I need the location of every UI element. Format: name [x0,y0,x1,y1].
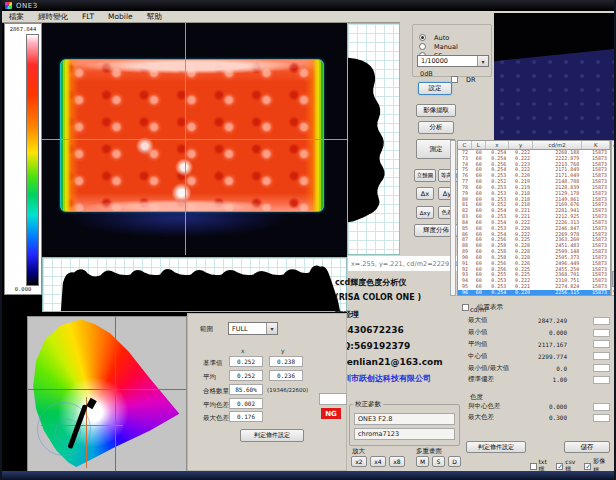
lum-stat-value: 0.000 [488,329,568,336]
multiview-S-button[interactable]: S [432,456,445,467]
vertical-profile-curve [348,24,399,254]
chevron-down-icon: ▾ [266,323,277,334]
reference-x-value: 0.252 [229,356,263,367]
table-header: CLxycd/m2K [457,140,611,150]
magnify-x4-button[interactable]: x4 [370,456,386,467]
result-input[interactable] [319,393,347,405]
table-cell: 60 [472,290,486,296]
menu-item-1[interactable]: 經時變化 [31,12,75,22]
table-cell: 96 [458,290,472,296]
dr-option[interactable]: DR [451,69,476,88]
multiview-D-button[interactable]: D [448,456,461,467]
judgement-panel: 範圍 FULL ▾ x y 基準值 0.252 0.238 平均 0.252 0… [187,313,347,471]
table-scrollbar[interactable]: ▲ ▼ [611,140,616,296]
result-badge: NG [321,408,341,419]
scroll-up-icon[interactable]: ▲ [612,142,616,147]
crosshair-horizontal [42,139,347,140]
window-title: ONE3 [16,2,38,10]
table-row[interactable]: 96600.2540.2202256.11515873 [458,290,610,296]
camera-preview-image [494,13,616,140]
luminance-stats-title: cd/m² [470,306,489,314]
cie-crosshair-vertical [115,317,116,471]
average-y-value: 0.236 [269,370,303,381]
capture-settings-group: Auto Manual SS 1/10000 ▾ 0dB DR [412,24,492,77]
multiview-buttons: MSD [416,456,461,467]
table-header-C: C [458,141,472,149]
position-display-checkbox[interactable] [462,304,469,311]
chroma-stat-limit-input[interactable] [593,414,610,422]
luminance-stats: 最大值2847.249最小值0.000平均值2117.167中心值2299.77… [468,315,610,386]
table-header-L: L [472,141,486,149]
lum-stat-row: 最小值0.000 [468,327,610,339]
lum-stat-limit-input[interactable] [593,340,610,348]
lum-stat-label: 最小值/最大值 [468,364,509,373]
reference-label: 基準值 [203,359,223,368]
set-button[interactable]: 設定 [418,82,452,95]
avg-color-diff-label: 平均色差 [203,401,229,410]
lum-stat-value: 2117.167 [488,341,568,348]
chroma-stat-value: 0.300 [494,414,567,421]
table-cell: 0.254 [486,290,510,296]
lum-stat-value: 0.0 [509,365,567,372]
dr-checkbox[interactable] [451,76,458,83]
measurement-table[interactable]: 72600.2540.2222268.1881587373600.2540.22… [457,150,611,296]
chroma-stats: 與中心色差0.000最大色差0.300 [468,401,610,423]
colorbar-panel: 2867.844 0.000 [4,23,42,295]
multiview-M-button[interactable]: M [416,456,429,467]
save-option-checkbox-2[interactable]: ✓ [584,463,591,470]
solid-view-button[interactable]: 立體圖 [414,169,436,182]
contact-line-4: QQ:569192379 [335,341,462,357]
judge-condition-button-2[interactable]: 判定條件設定 [466,441,526,453]
lum-stat-value: 2299.774 [488,353,568,360]
table-header-y: y [509,141,533,149]
delta-xy-button[interactable]: Δxy [416,206,434,219]
exposure-select[interactable]: 1/10000 ▾ [417,55,489,67]
luminance-heatmap[interactable] [42,23,347,255]
scrollbar-thumb[interactable] [612,271,616,287]
save-option-checkbox-1[interactable]: ✓ [556,463,563,470]
horizontal-profile-curve [43,258,346,311]
lum-stat-limit-input[interactable] [593,317,610,325]
pass-count-label: 合格數量 [203,387,229,396]
contact-line-2: 陈经理 [335,309,462,325]
save-button[interactable]: 儲存 [564,441,610,453]
scroll-down-icon[interactable]: ▼ [612,289,616,294]
table-header-cd/m2: cd/m2 [533,141,582,149]
judge-condition-button[interactable]: 判定條件設定 [240,429,304,442]
colorbar-min-label: 0.000 [5,286,41,292]
lum-stat-limit-input[interactable] [593,376,610,384]
calibration-group-label: 校正參數 [353,400,383,409]
dr-label: DR [466,76,476,84]
range-select-value: FULL [232,325,248,333]
magnify-x2-button[interactable]: x2 [351,456,367,467]
save-option-checkbox-0[interactable] [530,463,537,470]
column-header-x: x [241,347,245,354]
contact-info: ccd輝度色度分析仪(RISA COLOR ONE )陈经理1343067223… [335,277,462,389]
menu-item-0[interactable]: 檔案 [2,12,31,22]
lum-stat-row: 最大值2847.249 [468,315,610,327]
capture-button[interactable]: 影像擷取 [416,104,456,117]
lum-stat-limit-input[interactable] [593,329,610,337]
menu-item-3[interactable]: Mobile [101,12,140,21]
range-select[interactable]: FULL ▾ [228,322,278,335]
magnify-x8-button[interactable]: x8 [389,456,405,467]
app-window: ONE3 檔案經時變化FLTMobile幫助 2867.844 0.000 x=… [0,0,616,480]
app-icon [5,2,12,9]
analyze-button[interactable]: 分析 [418,121,454,134]
max-color-diff-value: 0.176 [229,411,263,422]
lens-calibration-field[interactable]: ONE3 F2.8 [354,413,455,425]
average-x-value: 0.252 [229,370,263,381]
column-header-y: y [281,347,285,354]
lum-stat-limit-input[interactable] [593,364,610,372]
contact-line-0: ccd輝度色度分析仪 [335,277,462,293]
title-bar[interactable]: ONE3 [2,0,616,11]
chroma-stat-limit-input[interactable] [593,403,610,411]
lum-stat-limit-input[interactable] [593,352,610,360]
chroma-calibration-field[interactable]: chroma7123 [354,428,455,440]
menu-item-2[interactable]: FLT [75,12,101,21]
colorbar-max-label: 2867.844 [5,26,41,32]
delta-x-button[interactable]: Δx [416,187,434,200]
colorbar-gradient [26,34,39,286]
lum-stat-label: 標準偏差 [468,375,494,384]
menu-item-4[interactable]: 幫助 [140,12,169,22]
